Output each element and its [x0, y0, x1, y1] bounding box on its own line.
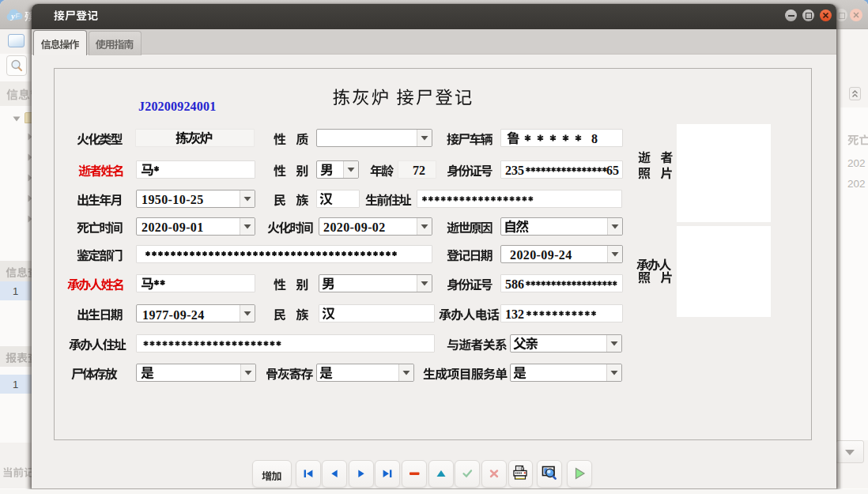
svg-text:y: y [9, 11, 15, 21]
svg-text:F: F [16, 12, 21, 20]
